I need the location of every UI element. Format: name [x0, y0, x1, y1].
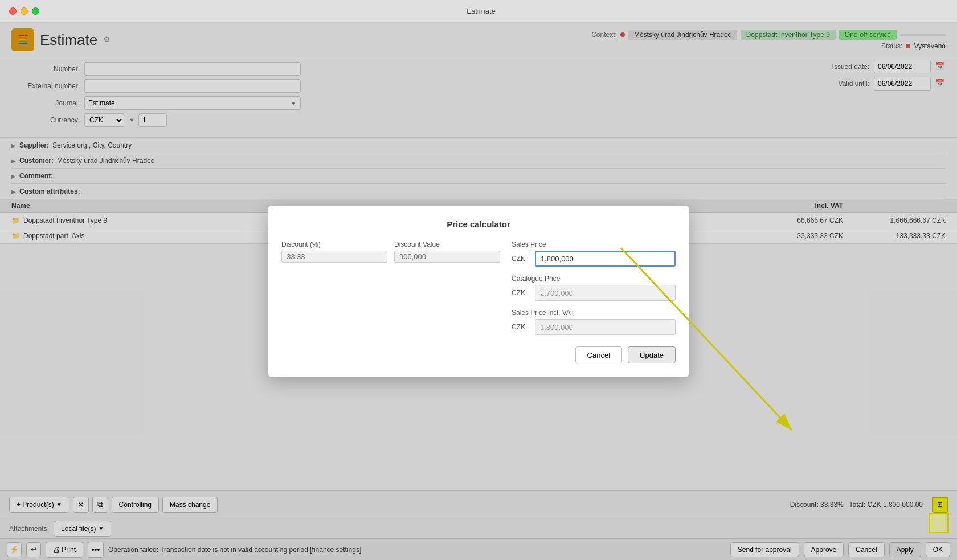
- discount-pct-label: Discount (%): [281, 240, 387, 248]
- sales-price-currency: CZK: [512, 255, 531, 263]
- catalogue-price-group: Catalogue Price CZK: [512, 275, 676, 301]
- modal-buttons: Cancel Update: [281, 346, 676, 363]
- modal-right: Sales Price CZK Catalogue Price CZK: [512, 240, 676, 335]
- yellow-highlight-box: [929, 513, 949, 533]
- modal-overlay: Price calculator Discount (%) Discount V…: [0, 23, 957, 560]
- sales-price-vat-group: Sales Price incl. VAT CZK: [512, 309, 676, 335]
- sales-price-input[interactable]: [535, 251, 676, 267]
- catalogue-price-input[interactable]: [535, 285, 676, 301]
- catalogue-price-input-row: CZK: [512, 285, 676, 301]
- sales-price-input-row: CZK: [512, 251, 676, 267]
- sales-price-group: Sales Price CZK: [512, 240, 676, 267]
- sales-price-vat-label: Sales Price incl. VAT: [512, 309, 676, 317]
- discount-value-input[interactable]: [394, 251, 500, 263]
- window-title: Estimate: [14, 7, 948, 15]
- price-calculator-modal: Price calculator Discount (%) Discount V…: [268, 206, 689, 377]
- discount-value-field: Discount Value: [394, 240, 500, 263]
- sales-price-vat-input[interactable]: [535, 319, 676, 335]
- catalogue-price-currency: CZK: [512, 289, 531, 297]
- sales-price-vat-currency: CZK: [512, 323, 531, 331]
- catalogue-price-label: Catalogue Price: [512, 275, 676, 283]
- main-window: 🧮 Estimate ⚙ Context: Městský úřad Jindř…: [0, 23, 957, 560]
- modal-cancel-button[interactable]: Cancel: [575, 346, 622, 363]
- sales-price-vat-input-row: CZK: [512, 319, 676, 335]
- modal-body: Discount (%) Discount Value Sales Price: [281, 240, 676, 335]
- discount-pct-field: Discount (%): [281, 240, 387, 263]
- modal-left: Discount (%) Discount Value: [281, 240, 500, 335]
- discount-value-label: Discount Value: [394, 240, 500, 248]
- discount-group: Discount (%) Discount Value: [281, 240, 500, 263]
- titlebar: Estimate: [0, 0, 957, 23]
- sales-price-label: Sales Price: [512, 240, 676, 248]
- modal-title: Price calculator: [281, 219, 676, 229]
- modal-update-button[interactable]: Update: [628, 346, 676, 363]
- discount-pct-input[interactable]: [281, 251, 387, 263]
